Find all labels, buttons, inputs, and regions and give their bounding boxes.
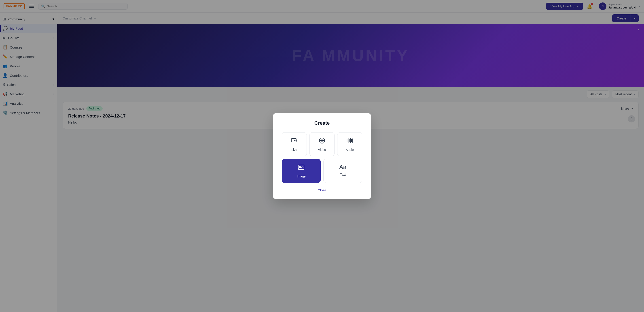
svg-rect-13 <box>298 165 304 169</box>
create-video-option[interactable]: Video <box>310 132 334 156</box>
modal-close-button[interactable]: Close <box>282 188 362 192</box>
live-option-label: Live <box>291 148 297 152</box>
create-audio-option[interactable]: Audio <box>337 132 362 156</box>
modal-overlay[interactable]: Create Live <box>0 0 644 312</box>
create-text-option[interactable]: Aa Text <box>323 159 362 183</box>
svg-marker-1 <box>294 139 296 142</box>
text-icon: Aa <box>339 164 346 171</box>
create-image-option[interactable]: Image <box>282 159 321 183</box>
create-modal: Create Live <box>273 113 371 199</box>
modal-options-row2: Image Aa Text <box>282 159 362 183</box>
audio-option-label: Audio <box>346 148 354 152</box>
live-icon <box>291 137 298 146</box>
create-live-option[interactable]: Live <box>282 132 307 156</box>
audio-icon <box>346 137 353 146</box>
text-option-label: Text <box>340 173 346 176</box>
modal-options-row1: Live Video <box>282 132 362 156</box>
modal-title: Create <box>282 120 362 126</box>
image-icon <box>298 164 305 172</box>
video-icon <box>318 137 326 146</box>
image-option-label: Image <box>297 175 306 178</box>
video-option-label: Video <box>318 148 326 152</box>
